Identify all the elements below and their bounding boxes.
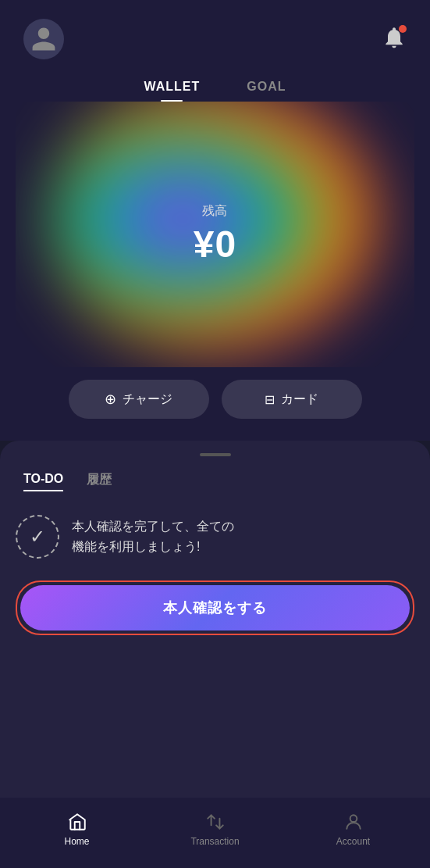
- todo-item: ✓ 本人確認を完了して、全ての機能を利用しましょう!: [16, 507, 414, 566]
- tab-history[interactable]: 履歴: [87, 472, 112, 491]
- nav-transaction[interactable]: Transaction: [146, 811, 284, 847]
- card-icon: ⊟: [265, 392, 275, 407]
- nav-home[interactable]: Home: [8, 811, 146, 847]
- balance-amount: ¥0: [194, 223, 236, 266]
- nav-account[interactable]: Account: [284, 811, 422, 847]
- header: [16, 0, 414, 72]
- section-tabs: TO-DO 履歴: [16, 472, 414, 491]
- avatar-icon: [30, 25, 58, 53]
- svg-point-0: [350, 815, 357, 822]
- notification-dot: [399, 25, 407, 33]
- charge-button[interactable]: ⊕ チャージ: [69, 380, 209, 419]
- tab-todo[interactable]: TO-DO: [23, 472, 63, 491]
- account-icon: [343, 811, 364, 833]
- identity-verify-button[interactable]: 本人確認をする: [20, 585, 410, 630]
- orb-section: 残高 ¥0: [16, 102, 414, 367]
- card-label: カード: [281, 391, 318, 408]
- nav-account-label: Account: [336, 836, 370, 847]
- home-icon: [66, 811, 88, 833]
- tab-wallet[interactable]: WALLET: [144, 80, 201, 102]
- action-buttons: ⊕ チャージ ⊟ カード: [16, 367, 414, 441]
- notification-bell[interactable]: [382, 25, 407, 53]
- check-circle: ✓: [16, 515, 59, 559]
- charge-plus-icon: ⊕: [105, 391, 116, 408]
- avatar[interactable]: [23, 19, 64, 59]
- todo-text: 本人確認を完了して、全ての機能を利用しましょう!: [72, 516, 234, 556]
- nav-home-label: Home: [64, 836, 89, 847]
- nav-transaction-label: Transaction: [190, 836, 239, 847]
- charge-label: チャージ: [123, 391, 172, 408]
- checkmark-icon: ✓: [30, 526, 45, 548]
- transaction-icon: [204, 811, 226, 833]
- wallet-tabs: WALLET GOAL: [16, 72, 414, 102]
- balance-container: 残高 ¥0: [194, 203, 236, 266]
- top-section: WALLET GOAL 残高 ¥0 ⊕ チャージ ⊟ カード: [0, 0, 430, 441]
- tab-goal[interactable]: GOAL: [247, 80, 286, 102]
- cta-wrapper: 本人確認をする: [16, 580, 414, 635]
- bottom-nav: Home Transaction Account: [0, 798, 430, 868]
- drag-handle: [200, 453, 231, 456]
- card-button[interactable]: ⊟ カード: [222, 380, 362, 419]
- balance-label: 残高: [194, 203, 236, 220]
- bottom-section: TO-DO 履歴 ✓ 本人確認を完了して、全ての機能を利用しましょう! 本人確認…: [0, 441, 430, 798]
